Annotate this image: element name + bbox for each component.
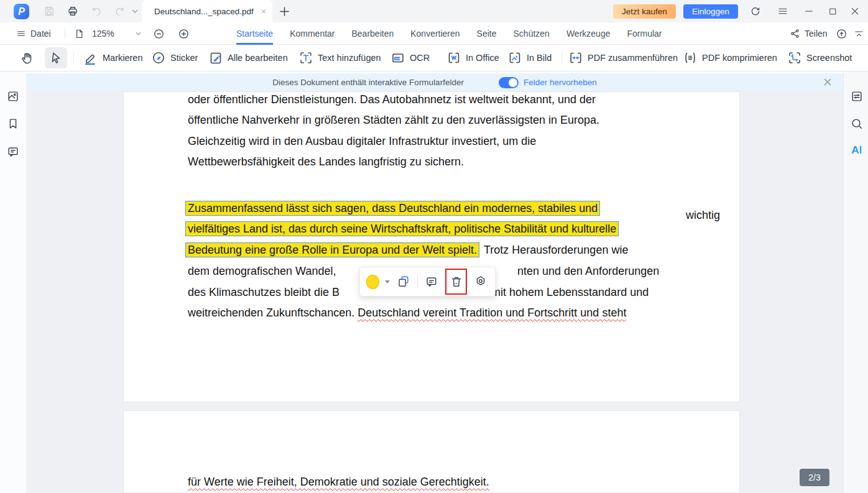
sync-button[interactable]	[746, 2, 765, 20]
share-button[interactable]: Teilen	[790, 22, 828, 45]
tab-schuetzen[interactable]: Schützen	[514, 22, 550, 45]
tab-bearbeiten[interactable]: Bearbeiten	[352, 22, 394, 45]
delete-highlight-target-box[interactable]	[445, 269, 467, 295]
tab-werkzeuge[interactable]: Werkzeuge	[566, 22, 611, 45]
doc-text-line: Wettbewerbsfähigkeit des Landes langfris…	[188, 155, 464, 168]
app-logo: P	[14, 4, 29, 19]
highlight-label: Markieren	[103, 53, 142, 63]
hand-tool-button[interactable]	[20, 45, 34, 71]
maximize-button[interactable]	[823, 2, 842, 20]
divider	[65, 29, 65, 39]
doc-text-fragment: dem demografischen Wandel,	[188, 265, 336, 278]
plus-icon	[279, 6, 290, 17]
zoom-in-button[interactable]	[175, 26, 192, 41]
menu-bar: Datei 125% Startseite Kommentar Bearbeit…	[0, 22, 868, 45]
doc-text-fragment: weitreichenden Zukunftschancen.	[188, 306, 358, 319]
file-menu[interactable]: Datei	[16, 22, 51, 45]
tab-seite[interactable]: Seite	[477, 22, 497, 45]
highlighted-text[interactable]: Zusammenfassend lässt sich sagen, dass D…	[186, 201, 599, 215]
document-tab[interactable]: Deutschland..._spaced.pdf	[142, 0, 272, 22]
highlighted-text[interactable]: Bedeutung eine große Rolle in Europa und…	[186, 243, 479, 257]
toggle-knob	[509, 78, 517, 87]
form-properties-icon	[850, 90, 864, 103]
page-view-icon	[74, 29, 85, 39]
copy-icon	[397, 275, 410, 288]
bookmarks-panel-button[interactable]	[6, 116, 21, 131]
zoom-out-icon	[153, 28, 165, 40]
close-window-button[interactable]	[846, 2, 864, 20]
history-dropdown[interactable]	[129, 4, 141, 19]
sync-icon	[750, 6, 761, 17]
ai-assistant-button[interactable]: AI	[849, 143, 864, 158]
comments-icon	[6, 145, 20, 159]
edit-all-tool[interactable]: Alle bearbeiten	[208, 45, 288, 71]
close-icon	[850, 6, 860, 16]
login-button[interactable]: Einloggen	[683, 4, 738, 19]
highlighted-text[interactable]: vielfältiges Land ist, das durch seine W…	[186, 222, 618, 236]
highlight-fields-toggle[interactable]	[499, 77, 519, 88]
minimize-button[interactable]	[800, 2, 818, 20]
ocr-tool[interactable]: OCR OCR	[390, 45, 430, 71]
page-view-button[interactable]	[71, 26, 87, 41]
add-text-tool[interactable]: Text hinzufügen	[298, 45, 381, 71]
select-tool-button[interactable]	[45, 47, 67, 68]
annotation-toolbar	[359, 267, 496, 297]
zoom-in-icon	[178, 28, 190, 40]
print-icon	[67, 5, 79, 17]
share-label: Teilen	[805, 29, 828, 39]
doc-text-line: vielfältiges Land ist, das durch seine W…	[186, 223, 618, 236]
new-tab-button[interactable]	[276, 4, 292, 19]
zoom-dropdown[interactable]	[136, 32, 141, 35]
spellcheck-flagged-text: für Werte wie Freiheit, Demokratie und s…	[188, 476, 489, 489]
comments-panel-button[interactable]	[6, 144, 21, 159]
buy-now-button[interactable]: Jetzt kaufen	[613, 4, 676, 19]
tab-konvertieren[interactable]: Konvertieren	[410, 22, 459, 45]
add-note-button[interactable]	[423, 273, 440, 290]
merge-pdf-icon	[568, 50, 583, 65]
thumbnails-panel-button[interactable]	[6, 89, 21, 104]
note-icon	[425, 275, 438, 288]
merge-pdf-tool[interactable]: PDF zusammenführen	[568, 45, 678, 71]
highlight-color-swatch[interactable]	[366, 275, 379, 289]
to-image-label: In Bild	[527, 53, 552, 63]
save-button[interactable]	[41, 4, 57, 19]
doc-text-line: Zusammenfassend lässt sich sagen, dass D…	[186, 202, 599, 215]
caret-down-icon	[136, 32, 141, 35]
main-menu-button[interactable]	[773, 2, 792, 20]
properties-button[interactable]	[473, 273, 489, 290]
ribbon-tabs: Startseite Kommentar Bearbeiten Konverti…	[236, 22, 662, 45]
tab-startseite[interactable]: Startseite	[236, 22, 273, 45]
color-caret-icon[interactable]	[385, 280, 390, 283]
compress-pdf-icon	[683, 50, 698, 65]
bookmarks-icon	[6, 117, 20, 131]
search-button[interactable]	[849, 116, 864, 131]
to-office-tool[interactable]: In Office	[446, 45, 499, 71]
compress-pdf-tool[interactable]: PDF komprimieren	[683, 45, 777, 71]
copy-button[interactable]	[395, 273, 412, 290]
notification-close-button[interactable]	[823, 78, 832, 86]
zoom-out-button[interactable]	[150, 26, 167, 41]
sticker-tool[interactable]: Sticker	[151, 45, 198, 71]
tab-formular[interactable]: Formular	[627, 22, 662, 45]
to-image-tool[interactable]: In Bild	[507, 45, 552, 71]
divider	[417, 275, 418, 288]
redo-icon	[114, 5, 126, 17]
cloud-upload-button[interactable]	[833, 26, 849, 41]
share-icon	[790, 28, 801, 39]
hamburger-icon	[777, 6, 788, 17]
divider	[73, 52, 74, 63]
ocr-label: OCR	[410, 53, 430, 63]
compress-pdf-label: PDF komprimieren	[702, 53, 777, 63]
highlight-tool[interactable]: Markieren	[83, 45, 142, 71]
close-icon	[823, 78, 832, 86]
ocr-icon: OCR	[390, 50, 405, 65]
zoom-level[interactable]: 125%	[92, 29, 114, 39]
screenshot-tool[interactable]: Screenshot	[787, 45, 852, 71]
tab-close-icon[interactable]	[261, 7, 266, 16]
redo-button[interactable]	[112, 4, 128, 19]
form-properties-button[interactable]	[849, 89, 864, 104]
print-button[interactable]	[65, 4, 81, 19]
tab-kommentar[interactable]: Kommentar	[290, 22, 335, 45]
collapse-toolbar-button[interactable]	[851, 26, 867, 41]
undo-button[interactable]	[88, 4, 104, 19]
